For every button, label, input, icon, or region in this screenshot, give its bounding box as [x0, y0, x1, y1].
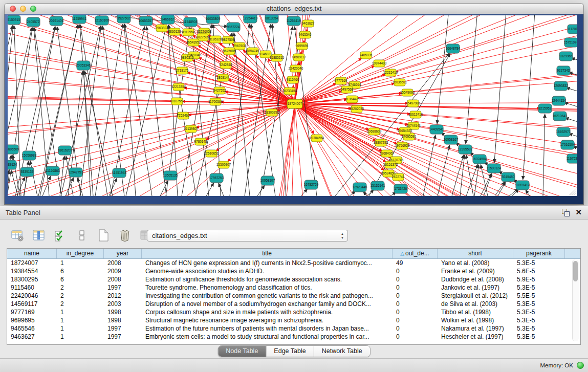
- cell-name: 18724007: [7, 259, 57, 267]
- column-header-year[interactable]: year: [104, 249, 142, 258]
- table-row[interactable]: 1456911722003Disruption of a novel membe…: [7, 300, 580, 308]
- cell-out_degree: 0: [393, 333, 438, 341]
- node-label: 2967608: [233, 44, 246, 48]
- node-label: 10744541: [406, 124, 421, 127]
- node-label: 14409541: [429, 127, 444, 131]
- select-all-columns-icon[interactable]: [53, 228, 67, 242]
- show-hide-columns-icon[interactable]: [32, 228, 46, 242]
- column-header-in_degree[interactable]: in_degree: [57, 249, 104, 258]
- table-row[interactable]: 969969511998Structural magnetic resonanc…: [7, 316, 580, 324]
- cell-title: Structural magnetic resonance image aver…: [142, 316, 393, 324]
- table-row[interactable]: 2242004622012Investigating the contribut…: [7, 292, 580, 300]
- node-label: 12610651: [204, 151, 219, 155]
- cell-short: Wolkin et al. (1998): [438, 316, 513, 324]
- float-panel-icon[interactable]: [562, 209, 570, 216]
- node-label: 9890315: [181, 56, 194, 59]
- toggle-row-height-icon[interactable]: [75, 228, 89, 242]
- node-label: 12213354: [171, 85, 186, 89]
- node-label: 14569117: [292, 55, 306, 59]
- vertical-scrollbar[interactable]: [572, 259, 579, 341]
- node-label: 18300295: [265, 111, 279, 114]
- network-view-window: citations_edges.txt 18724007977716997462…: [4, 3, 584, 205]
- node-label: 12160108: [95, 18, 110, 22]
- cell-name: 9777169: [7, 308, 57, 316]
- node-label: 25202035: [350, 107, 364, 111]
- tab-network-table[interactable]: Network Table: [314, 346, 370, 357]
- create-new-column-icon[interactable]: [96, 228, 110, 242]
- node-label: 19384554: [310, 136, 324, 140]
- cell-out_degree: 0: [393, 308, 438, 316]
- cell-in_degree: 2: [57, 300, 104, 308]
- column-header-name[interactable]: name: [7, 249, 57, 258]
- node-label: 18807293: [374, 141, 388, 144]
- cell-pagerank: 5.5E-5: [513, 292, 565, 300]
- node-label: 9857224: [227, 25, 240, 29]
- node-label: 1527602: [118, 16, 130, 20]
- minimize-button[interactable]: [20, 6, 26, 12]
- scrollbar-thumb[interactable]: [573, 261, 578, 281]
- dropdown-stepper-icon: ▲▼: [341, 232, 344, 240]
- window-titlebar[interactable]: citations_edges.txt: [4, 3, 584, 14]
- node-label: 8912954: [182, 30, 195, 34]
- column-header-short[interactable]: short: [438, 249, 513, 258]
- node-label: 10653257: [139, 19, 154, 23]
- node-label: 11259941: [72, 17, 86, 20]
- close-panel-icon[interactable]: ✕: [575, 208, 582, 217]
- table-row[interactable]: 1830029562008Estimation of significance …: [7, 275, 580, 283]
- node-label: 8215953: [539, 106, 552, 110]
- cell-year: 1997: [104, 283, 142, 292]
- table-row[interactable]: 946362711997Embryonic stem cells: a mode…: [7, 333, 580, 341]
- column-header-pagerank[interactable]: pagerank: [513, 249, 565, 258]
- memory-status-indicator[interactable]: [577, 362, 584, 369]
- table-row[interactable]: 1872400712008Changes of HCN gene express…: [7, 259, 580, 267]
- cell-in_degree: 6: [57, 267, 104, 275]
- column-header-title[interactable]: title: [142, 249, 393, 258]
- cell-short: Jankovic et al. (1997): [438, 283, 513, 292]
- table-selector-dropdown[interactable]: citations_edges.txt ▲▼: [147, 230, 348, 242]
- node-label: 10688609: [367, 129, 382, 133]
- node-label: 23226058: [197, 30, 212, 33]
- node-label: 20691406: [49, 19, 64, 23]
- table-panel-header: Table Panel ✕: [0, 206, 588, 220]
- table-panel: Table Panel ✕ f(x) citations_edges.txt ▲…: [0, 206, 588, 358]
- tab-edge-table[interactable]: Edge Table: [266, 346, 313, 357]
- memory-status-label: Memory: OK: [540, 359, 573, 372]
- table-mode-options-icon[interactable]: [10, 228, 24, 242]
- node-label: 16958167: [444, 138, 459, 141]
- cell-year: 1998: [104, 308, 142, 316]
- cell-out_degree: 0: [393, 283, 438, 292]
- table-row[interactable]: 977716911998Corpus callosum shape and si…: [7, 308, 580, 316]
- node-label: 18724007: [288, 102, 302, 105]
- cell-year: 1997: [104, 333, 142, 341]
- node-label: 15885215: [270, 56, 285, 59]
- citation-network-graph[interactable]: 1872400797771699746264649756821364425252…: [8, 15, 577, 196]
- cell-short: Stergiakouli et al. (2012): [438, 292, 513, 300]
- cell-title: Tourette syndrome. Phenomenology and cla…: [142, 283, 393, 292]
- zoom-button[interactable]: [30, 6, 36, 12]
- delete-columns-icon[interactable]: [118, 228, 132, 242]
- node-label: 7252462: [177, 114, 190, 117]
- cell-pagerank: 5.3E-5: [513, 308, 565, 316]
- table-row[interactable]: 911546021997Tourette syndrome. Phenomeno…: [7, 283, 580, 292]
- cell-name: 9463627: [7, 333, 57, 341]
- node-label: 16151372: [383, 163, 398, 166]
- close-button[interactable]: [10, 6, 16, 12]
- node-label: 1733426: [395, 187, 407, 190]
- network-window-frame: 1872400797771699746264649756821364425252…: [4, 14, 584, 205]
- node-label: 12254419: [243, 16, 258, 20]
- column-header-out_degree[interactable]: △out_de...: [393, 249, 438, 258]
- resize-grip[interactable]: [570, 188, 576, 195]
- tab-node-table[interactable]: Node Table: [218, 346, 266, 357]
- cell-out_degree: 0: [393, 267, 438, 275]
- cell-short: Franke et al. (2009): [438, 267, 513, 275]
- node-label: 18107552: [170, 99, 185, 103]
- network-canvas[interactable]: 1872400797771699746264649756821364425252…: [8, 15, 577, 196]
- node-label: 9463627: [302, 21, 315, 25]
- table-row[interactable]: 1938455462009Genome-wide association stu…: [7, 267, 580, 275]
- cell-out_degree: 49: [393, 259, 438, 267]
- node-label: 8860128: [168, 30, 181, 33]
- node-label: 16233454: [282, 89, 297, 93]
- table-row[interactable]: 946554611997Estimation of the future num…: [7, 324, 580, 333]
- cell-year: 2009: [104, 267, 142, 275]
- node-label: 8427552: [213, 89, 226, 92]
